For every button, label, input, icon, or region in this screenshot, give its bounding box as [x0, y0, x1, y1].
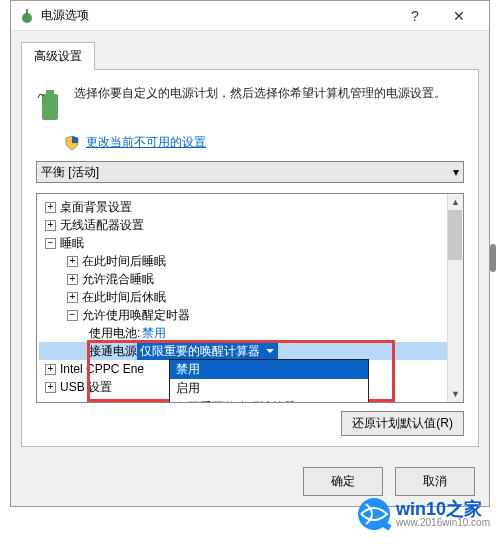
tree-node-plugged-in[interactable]: 接通电源仅限重要的唤醒计算器	[39, 342, 461, 360]
tree-node-hybrid-sleep[interactable]: +允许混合睡眠	[39, 270, 461, 288]
expand-icon[interactable]: +	[45, 382, 56, 393]
shield-icon	[64, 135, 80, 151]
expand-icon[interactable]: +	[45, 220, 56, 231]
collapse-icon[interactable]: −	[67, 310, 78, 321]
plan-select-value: 平衡 [活动]	[41, 164, 99, 181]
expand-icon[interactable]: +	[45, 364, 56, 375]
titlebar: 电源选项 ? ✕	[11, 1, 489, 31]
scroll-thumb[interactable]	[448, 210, 462, 260]
tree-node-desktop-bg[interactable]: +桌面背景设置	[39, 198, 461, 216]
watermark-url: www.2016win10.com	[396, 518, 490, 528]
on-battery-value[interactable]: 禁用	[142, 324, 166, 342]
chevron-down-icon: ▾	[453, 165, 459, 179]
tree-node-wake-timers[interactable]: −允许使用唤醒定时器	[39, 306, 461, 324]
tree-node-sleep[interactable]: −睡眠	[39, 234, 461, 252]
tree-node-on-battery[interactable]: 使用电池:禁用	[39, 324, 461, 342]
dropdown-option-disable[interactable]: 禁用	[170, 360, 368, 379]
ok-button[interactable]: 确定	[303, 467, 383, 496]
expand-icon[interactable]: +	[45, 202, 56, 213]
svg-point-0	[22, 13, 32, 23]
expand-icon[interactable]: +	[67, 292, 78, 303]
plan-select[interactable]: 平衡 [活动] ▾	[36, 161, 464, 183]
expand-icon[interactable]: +	[67, 274, 78, 285]
cancel-button[interactable]: 取消	[395, 467, 475, 496]
expand-icon[interactable]: +	[67, 256, 78, 267]
scroll-down-icon[interactable]: ▼	[448, 386, 463, 402]
svg-rect-2	[42, 94, 58, 120]
window-title: 电源选项	[41, 7, 393, 24]
tab-strip: 高级设置	[11, 31, 489, 69]
help-button[interactable]: ?	[393, 2, 437, 30]
tree-node-hibernate-after[interactable]: +在此时间后休眠	[39, 288, 461, 306]
battery-icon	[36, 84, 64, 124]
svg-rect-3	[46, 90, 54, 95]
tree-node-wireless[interactable]: +无线适配器设置	[39, 216, 461, 234]
collapse-icon[interactable]: −	[45, 238, 56, 249]
restore-defaults-button[interactable]: 还原计划默认值(R)	[341, 411, 464, 436]
tab-advanced[interactable]: 高级设置	[21, 42, 95, 70]
watermark: win10之家 www.2016win10.com	[356, 496, 490, 532]
description-text: 选择你要自定义的电源计划，然后选择你希望计算机管理的电源设置。	[74, 84, 446, 124]
tab-body: 选择你要自定义的电源计划，然后选择你希望计算机管理的电源设置。 更改当前不可用的…	[21, 69, 479, 447]
outer-scrollbar-fragment	[490, 244, 496, 272]
power-plan-icon	[19, 8, 35, 24]
svg-rect-1	[26, 9, 28, 14]
tree-scrollbar[interactable]: ▲ ▼	[447, 194, 463, 402]
settings-tree: +桌面背景设置 +无线适配器设置 −睡眠 +在此时间后睡眠 +允许混合睡眠 +在…	[36, 193, 464, 403]
dropdown-option-important-only[interactable]: 仅限重要的唤醒计算器	[170, 398, 368, 403]
watermark-brand: win10之家	[396, 500, 490, 518]
globe-icon	[356, 496, 392, 532]
tree-node-sleep-after[interactable]: +在此时间后睡眠	[39, 252, 461, 270]
close-button[interactable]: ✕	[437, 2, 481, 30]
power-options-dialog: 电源选项 ? ✕ 高级设置 选择你要自定义的电源计划，然后选择你希望计算机管理的…	[10, 0, 490, 507]
dropdown-option-enable[interactable]: 启用	[170, 379, 368, 398]
scroll-up-icon[interactable]: ▲	[448, 194, 463, 210]
unavailable-settings-link[interactable]: 更改当前不可用的设置	[86, 134, 206, 151]
plugged-in-dropdown[interactable]: 仅限重要的唤醒计算器	[137, 342, 278, 360]
plugged-in-dropdown-list: 禁用 启用 仅限重要的唤醒计算器	[169, 359, 369, 403]
